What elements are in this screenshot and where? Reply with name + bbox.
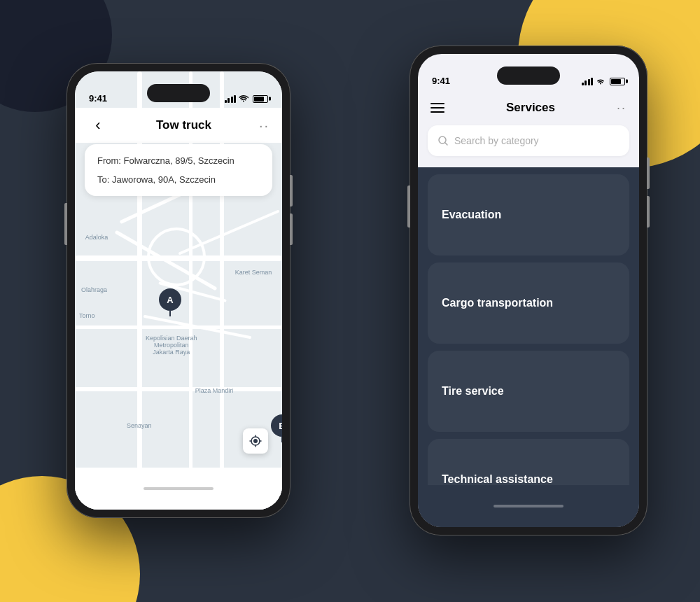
power-button[interactable] bbox=[64, 203, 67, 245]
service-item-tire[interactable]: Tire service bbox=[428, 351, 629, 432]
map-label: Olahraga bbox=[81, 286, 107, 293]
marker-b: B bbox=[271, 414, 282, 442]
home-indicator bbox=[144, 487, 214, 490]
search-icon bbox=[438, 135, 449, 146]
signal-bar-3 bbox=[588, 79, 590, 85]
marker-b-circle: B bbox=[271, 414, 282, 437]
right-battery-icon bbox=[610, 78, 625, 85]
marker-a: A bbox=[159, 288, 181, 316]
services-list: Evacuation Cargo transportation Tire ser… bbox=[418, 167, 639, 527]
map-label: Senayan bbox=[127, 422, 152, 429]
left-phone-screen: 9:41 bbox=[75, 71, 282, 510]
volume-down-button[interactable] bbox=[290, 214, 293, 245]
back-button[interactable]: ‹ bbox=[88, 115, 108, 136]
services-page-title: Services bbox=[506, 101, 555, 115]
hamburger-line bbox=[430, 103, 444, 104]
phone-left: 9:41 bbox=[66, 63, 290, 518]
hamburger-line bbox=[430, 107, 444, 108]
phones-container: 9:41 bbox=[0, 0, 700, 602]
signal-icon bbox=[225, 94, 237, 103]
right-volume-up[interactable] bbox=[647, 158, 650, 189]
marker-a-circle: A bbox=[159, 288, 181, 311]
address-card: From: Folwarczna, 89/5, Szczecin To: Jaw… bbox=[85, 144, 272, 196]
map-label: Plaza Mandiri bbox=[195, 387, 234, 394]
map-label: Karet Seman bbox=[235, 269, 272, 276]
back-chevron-icon: ‹ bbox=[95, 116, 100, 134]
header-more-icon[interactable]: ·· bbox=[617, 101, 626, 115]
tow-truck-nav: ‹ Tow truck ·· bbox=[75, 108, 282, 143]
hamburger-menu-button[interactable] bbox=[430, 103, 444, 113]
right-bottom-bar bbox=[418, 485, 639, 527]
phone-right: 9:41 bbox=[410, 46, 648, 536]
service-label-evacuation: Evacuation bbox=[442, 209, 501, 221]
right-signal-icon bbox=[582, 77, 594, 85]
location-button[interactable] bbox=[243, 428, 268, 454]
map-label: Torno bbox=[79, 312, 95, 319]
hamburger-line bbox=[430, 111, 444, 113]
signal-bar-4 bbox=[591, 78, 593, 85]
address-to: To: Jaworowa, 90A, Szczecin bbox=[97, 174, 260, 185]
signal-bar-4 bbox=[234, 95, 236, 103]
signal-bar-1 bbox=[225, 100, 227, 103]
services-header: Services ·· bbox=[418, 90, 639, 125]
signal-bar-1 bbox=[582, 83, 584, 85]
right-power[interactable] bbox=[407, 186, 410, 227]
right-home-indicator bbox=[493, 505, 564, 507]
battery-fill bbox=[254, 97, 264, 102]
service-label-technical: Technical assistance bbox=[442, 473, 553, 486]
right-phone-screen: 9:41 bbox=[418, 54, 639, 527]
left-status-icons bbox=[225, 94, 269, 104]
service-item-cargo[interactable]: Cargo transportation bbox=[428, 262, 629, 344]
right-volume-down[interactable] bbox=[647, 196, 650, 227]
dynamic-island-left bbox=[147, 84, 210, 102]
right-battery-fill bbox=[611, 79, 621, 84]
volume-up-button[interactable] bbox=[290, 175, 293, 206]
signal-bar-2 bbox=[227, 98, 230, 103]
service-item-evacuation[interactable]: Evacuation bbox=[428, 174, 629, 255]
wifi-icon bbox=[239, 94, 248, 104]
right-status-time: 9:41 bbox=[432, 76, 450, 86]
map-label: Adaloka bbox=[85, 234, 108, 241]
search-bar[interactable]: Search by category bbox=[428, 125, 629, 156]
map-road bbox=[75, 387, 282, 391]
map-label: Kepolisian Daerah Metropolitan Jakarta R… bbox=[144, 335, 200, 356]
dynamic-island-right bbox=[497, 66, 560, 85]
address-from: From: Folwarczna, 89/5, Szczecin bbox=[97, 155, 260, 166]
right-status-icons bbox=[582, 76, 626, 86]
svg-line-1 bbox=[180, 211, 278, 253]
left-status-time: 9:41 bbox=[89, 93, 107, 104]
left-bottom-bar bbox=[75, 468, 282, 510]
map-road bbox=[75, 255, 282, 261]
battery-icon bbox=[253, 95, 268, 103]
service-label-tire: Tire service bbox=[442, 385, 504, 398]
more-icon[interactable]: ·· bbox=[259, 118, 270, 134]
signal-bar-2 bbox=[584, 80, 587, 85]
right-wifi-icon bbox=[596, 76, 606, 86]
marker-a-pin bbox=[169, 311, 171, 316]
service-label-cargo: Cargo transportation bbox=[442, 297, 553, 309]
tow-truck-title: Tow truck bbox=[108, 118, 259, 132]
map-road bbox=[75, 326, 282, 329]
search-placeholder-text: Search by category bbox=[454, 135, 539, 146]
signal-bar-3 bbox=[231, 97, 233, 103]
marker-b-pin bbox=[281, 437, 282, 442]
svg-point-4 bbox=[253, 439, 258, 443]
